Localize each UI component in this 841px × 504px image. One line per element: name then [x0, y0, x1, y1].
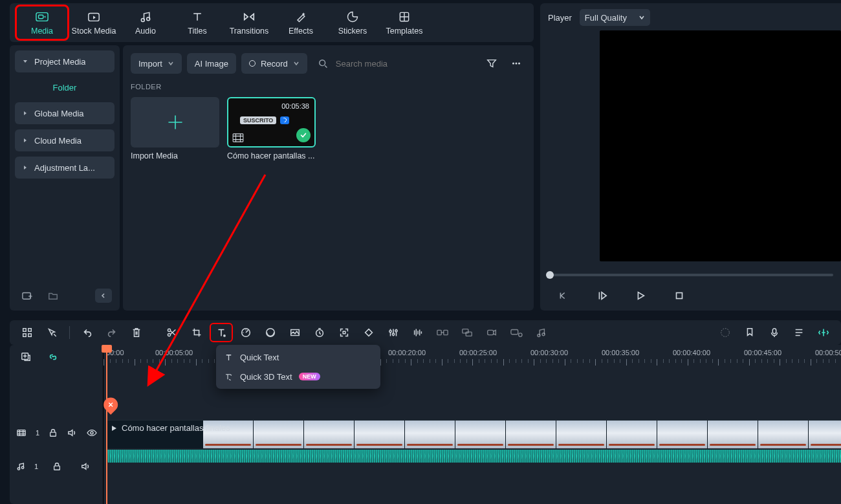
effects-icon — [294, 10, 307, 24]
caption-button[interactable] — [505, 323, 527, 342]
new-bin-icon[interactable] — [17, 286, 37, 305]
svg-point-37 — [542, 333, 545, 336]
text-tool-button[interactable] — [210, 323, 232, 342]
lock-audio-button[interactable] — [47, 457, 67, 476]
duration-button[interactable] — [309, 323, 331, 342]
pointer-tool-button[interactable] — [41, 323, 63, 342]
tab-effects[interactable]: Effects — [275, 6, 327, 39]
sidebar-item-label: Cloud Media — [34, 136, 82, 146]
fit-button[interactable] — [333, 323, 355, 342]
audio-icon — [139, 10, 152, 24]
redo-button[interactable] — [101, 323, 123, 342]
split-button[interactable] — [161, 323, 183, 342]
clip-thumb[interactable]: 00:05:38 SUSCRITO — [227, 97, 316, 148]
detach-audio-button[interactable] — [431, 323, 453, 342]
caret-down-icon — [21, 58, 29, 65]
svg-rect-15 — [28, 329, 32, 332]
clip-frame — [304, 421, 354, 448]
mute-audio-button[interactable] — [76, 457, 95, 476]
record-vo-button[interactable] — [481, 323, 503, 342]
tab-audio[interactable]: Audio — [120, 6, 171, 39]
keyframe-button[interactable] — [358, 323, 380, 342]
new-folder-icon[interactable] — [43, 286, 63, 305]
sidebar-folder-label[interactable]: Folder — [15, 78, 115, 97]
svg-rect-12 — [233, 134, 243, 142]
timeline-ruler[interactable]: 00:0000:00:05:0000:00:20:0000:00:25:0000… — [104, 345, 841, 369]
timeline-tracks-area[interactable]: 00:0000:00:05:0000:00:20:0000:00:25:0000… — [104, 345, 841, 504]
mute-track-button[interactable] — [67, 423, 77, 443]
color-button[interactable] — [259, 323, 281, 342]
search-box[interactable] — [312, 58, 477, 69]
filter-button[interactable] — [482, 54, 501, 73]
menu-quick-text[interactable]: Quick Text — [216, 347, 380, 367]
tab-media[interactable]: Media — [16, 6, 68, 39]
templates-icon — [398, 10, 411, 24]
lock-track-button[interactable] — [49, 423, 58, 443]
more-button[interactable] — [507, 54, 526, 73]
play-pause-button[interactable] — [592, 286, 611, 305]
group-button[interactable] — [456, 323, 478, 342]
search-input[interactable] — [334, 58, 472, 69]
import-dropdown[interactable]: Import — [131, 53, 182, 74]
audio-waveform[interactable] — [106, 450, 841, 463]
speed-button[interactable] — [235, 323, 257, 342]
prev-frame-button[interactable] — [553, 286, 573, 305]
tab-stickers[interactable]: Stickers — [327, 6, 378, 39]
menu-quick-3d-text[interactable]: Quick 3D Text NEW — [216, 367, 380, 386]
media-clip-card[interactable]: 00:05:38 SUSCRITO Cómo hacer pantallas .… — [227, 97, 316, 160]
play-button[interactable] — [631, 286, 650, 305]
sidebar-item-adjustment-layer[interactable]: Adjustment La... — [15, 157, 115, 179]
svg-point-10 — [515, 62, 517, 64]
import-label: Import — [138, 59, 162, 69]
hide-track-button[interactable] — [86, 423, 98, 443]
tab-titles[interactable]: Titles — [171, 6, 223, 39]
scrub-knob[interactable] — [546, 271, 554, 279]
marker-button[interactable] — [739, 323, 761, 342]
tab-transitions[interactable]: Transitions — [223, 6, 275, 39]
quality-select[interactable]: Full Quality — [580, 9, 650, 26]
video-track-head[interactable]: 1 — [10, 416, 103, 450]
list-view-button[interactable] — [788, 323, 810, 342]
tab-label: Stock Media — [72, 27, 116, 36]
add-track-button[interactable] — [16, 347, 36, 367]
svg-rect-1 — [39, 15, 43, 18]
svg-point-8 — [320, 60, 325, 66]
timeline-panel: 1 1 00:0000:00:05:0000:00:20:0000:00:25:… — [10, 345, 841, 504]
quality-value: Full Quality — [585, 13, 627, 23]
record-dropdown[interactable]: Record — [241, 53, 307, 74]
record-dot-icon — [249, 60, 256, 67]
video-clip[interactable]: Cómo hacer pantallas finales — [106, 420, 841, 448]
stop-button[interactable] — [670, 286, 689, 305]
delete-button[interactable] — [126, 323, 147, 342]
tab-stock-media[interactable]: Stock Media — [68, 6, 120, 39]
text-icon — [224, 353, 234, 362]
adjust-button[interactable] — [382, 323, 404, 342]
playhead[interactable] — [106, 345, 107, 504]
ai-image-label: AI Image — [195, 59, 228, 69]
stickers-icon — [346, 10, 359, 24]
render-preview-button[interactable] — [813, 323, 835, 342]
player-scrubber[interactable] — [548, 270, 833, 279]
audio-track-head[interactable]: 1 — [10, 450, 103, 483]
marker-color-button[interactable] — [714, 323, 736, 342]
music-button[interactable] — [530, 323, 552, 342]
player-viewport[interactable] — [600, 30, 841, 261]
collapse-sidebar-button[interactable] — [95, 289, 112, 303]
link-button[interactable] — [43, 347, 63, 367]
tab-templates[interactable]: Templates — [378, 6, 430, 39]
svg-rect-33 — [488, 330, 494, 334]
crop-zoom-button[interactable] — [284, 323, 306, 342]
import-thumb[interactable] — [131, 97, 219, 148]
import-media-card[interactable]: Import Media — [131, 97, 219, 160]
voiceover-button[interactable] — [763, 323, 785, 342]
track-manager-button[interactable] — [16, 323, 38, 342]
audio-mixer-button[interactable] — [407, 323, 429, 342]
crop-button[interactable] — [186, 323, 208, 342]
ai-image-button[interactable]: AI Image — [187, 53, 236, 74]
sidebar-item-cloud-media[interactable]: Cloud Media — [15, 129, 115, 151]
tab-label: Transitions — [230, 27, 269, 36]
sidebar-item-project-media[interactable]: Project Media — [15, 50, 115, 72]
sidebar-item-global-media[interactable]: Global Media — [15, 102, 115, 124]
clip-frame — [254, 421, 303, 448]
undo-button[interactable] — [76, 323, 98, 342]
